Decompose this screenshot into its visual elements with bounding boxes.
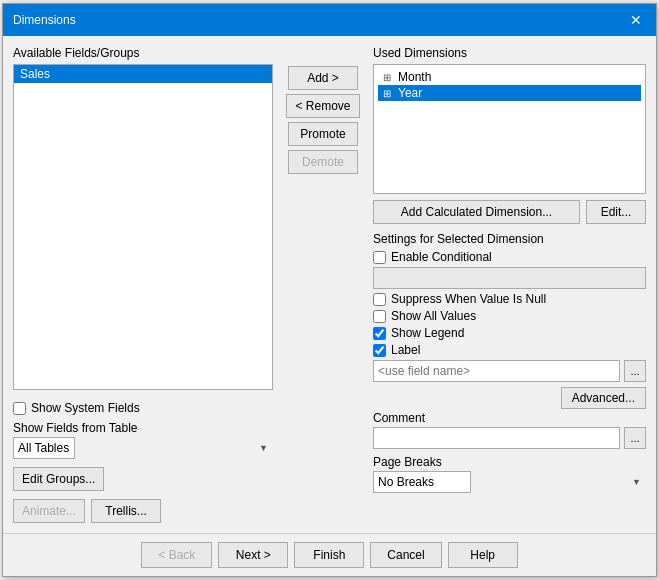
- main-area: Available Fields/Groups Sales Show Syste…: [13, 46, 646, 523]
- expand-icon-month: ⊞: [380, 70, 394, 84]
- comment-dots-button[interactable]: ...: [624, 427, 646, 449]
- bottom-buttons: Edit Groups...: [13, 467, 273, 491]
- show-legend-row: Show Legend: [373, 326, 646, 340]
- demote-button[interactable]: Demote: [288, 150, 358, 174]
- comment-row: ...: [373, 427, 646, 449]
- promote-button[interactable]: Promote: [288, 122, 358, 146]
- bottom-left-options: Show System Fields Show Fields from Tabl…: [13, 398, 273, 523]
- table-select[interactable]: All Tables: [13, 437, 75, 459]
- show-system-fields-checkbox[interactable]: [13, 402, 26, 415]
- comment-input[interactable]: [373, 427, 620, 449]
- label-input-row: ...: [373, 360, 646, 382]
- available-fields-label: Available Fields/Groups: [13, 46, 273, 60]
- show-system-fields-label: Show System Fields: [31, 401, 140, 415]
- label-option-label: Label: [391, 343, 420, 357]
- next-button[interactable]: Next >: [218, 542, 288, 568]
- close-button[interactable]: ✕: [626, 10, 646, 30]
- dim-action-buttons: Add Calculated Dimension... Edit...: [373, 200, 646, 224]
- remove-button[interactable]: < Remove: [286, 94, 359, 118]
- show-all-values-label: Show All Values: [391, 309, 476, 323]
- settings-section: Settings for Selected Dimension Enable C…: [373, 232, 646, 493]
- suppress-null-row: Suppress When Value Is Null: [373, 292, 646, 306]
- page-breaks-select[interactable]: No Breaks Before After Before and After: [373, 471, 471, 493]
- available-fields-list[interactable]: Sales: [13, 64, 273, 390]
- page-breaks-label: Page Breaks: [373, 455, 646, 469]
- dimension-month-label: Month: [398, 70, 431, 84]
- back-button[interactable]: < Back: [141, 542, 212, 568]
- label-dots-button[interactable]: ...: [624, 360, 646, 382]
- page-breaks-combo-wrapper: No Breaks Before After Before and After: [373, 471, 646, 493]
- enable-conditional-checkbox[interactable]: [373, 251, 386, 264]
- enable-conditional-row: Enable Conditional: [373, 250, 646, 264]
- add-button[interactable]: Add >: [288, 66, 358, 90]
- left-panel: Available Fields/Groups Sales Show Syste…: [13, 46, 273, 523]
- conditional-input[interactable]: [373, 267, 646, 289]
- suppress-null-checkbox[interactable]: [373, 293, 386, 306]
- enable-conditional-label: Enable Conditional: [391, 250, 492, 264]
- edit-dimension-button[interactable]: Edit...: [586, 200, 646, 224]
- label-input[interactable]: [373, 360, 620, 382]
- animate-button[interactable]: Animate...: [13, 499, 85, 523]
- expand-icon-year: ⊞: [380, 86, 394, 100]
- dimensions-dialog: Dimensions ✕ Available Fields/Groups Sal…: [2, 3, 657, 577]
- finish-button[interactable]: Finish: [294, 542, 364, 568]
- cancel-button[interactable]: Cancel: [370, 542, 441, 568]
- show-fields-from-table-label: Show Fields from Table: [13, 421, 273, 435]
- edit-groups-button[interactable]: Edit Groups...: [13, 467, 104, 491]
- list-item[interactable]: Sales: [14, 65, 272, 83]
- add-calculated-dimension-button[interactable]: Add Calculated Dimension...: [373, 200, 580, 224]
- show-legend-label: Show Legend: [391, 326, 464, 340]
- label-row: Label: [373, 343, 646, 357]
- dimension-year[interactable]: ⊞ Year: [378, 85, 641, 101]
- dialog-content: Available Fields/Groups Sales Show Syste…: [3, 36, 656, 533]
- title-bar: Dimensions ✕: [3, 4, 656, 36]
- middle-buttons-panel: Add > < Remove Promote Demote: [283, 46, 363, 523]
- label-checkbox[interactable]: [373, 344, 386, 357]
- dialog-footer: < Back Next > Finish Cancel Help: [3, 533, 656, 576]
- suppress-null-label: Suppress When Value Is Null: [391, 292, 546, 306]
- help-button[interactable]: Help: [448, 542, 518, 568]
- table-combo-wrapper: All Tables: [13, 437, 273, 459]
- dimension-year-label: Year: [398, 86, 422, 100]
- used-dimensions-label: Used Dimensions: [373, 46, 646, 60]
- show-legend-checkbox[interactable]: [373, 327, 386, 340]
- show-system-fields-row: Show System Fields: [13, 401, 273, 415]
- show-all-values-row: Show All Values: [373, 309, 646, 323]
- conditional-input-row: [373, 267, 646, 289]
- trellis-button[interactable]: Trellis...: [91, 499, 161, 523]
- used-dimensions-box[interactable]: ⊞ Month ⊞ Year: [373, 64, 646, 194]
- dimension-month[interactable]: ⊞ Month: [378, 69, 641, 85]
- advanced-button[interactable]: Advanced...: [561, 387, 646, 409]
- settings-label: Settings for Selected Dimension: [373, 232, 646, 246]
- dialog-title: Dimensions: [13, 13, 76, 27]
- right-panel: Used Dimensions ⊞ Month ⊞ Year Add Calcu…: [373, 46, 646, 523]
- animate-trellis-row: Animate... Trellis...: [13, 499, 273, 523]
- show-all-values-checkbox[interactable]: [373, 310, 386, 323]
- comment-label: Comment: [373, 411, 646, 425]
